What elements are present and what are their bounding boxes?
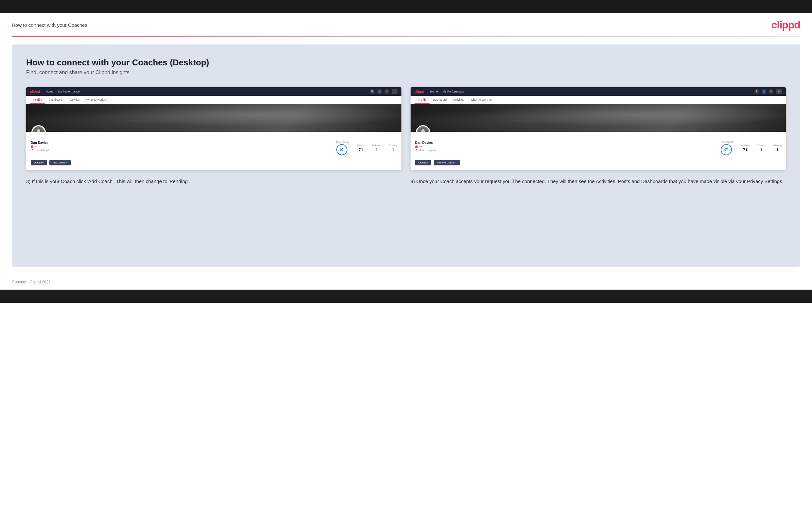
add-coach-button-step3[interactable]: Add Coach + (49, 160, 71, 165)
mock-nav-performance-step4[interactable]: My Performance (442, 90, 464, 93)
remove-coach-button-step4[interactable]: Remove Coach × (434, 160, 460, 165)
player-location-step3: 📍 United Kingdom (31, 149, 70, 152)
mock-buttons-step3: Unfollow Add Coach + (26, 160, 401, 170)
stat-quality-label-step4: Player Quality (721, 141, 734, 143)
stat-quality-step4: Player Quality 97 (721, 141, 734, 155)
mock-profile-text-step3: Dan Davies Pro 📍 United Kingdom (31, 141, 70, 152)
footer: Copyright Clippd 2022 (0, 275, 812, 290)
header: How to connect with your Coaches clippd (0, 13, 812, 36)
role-label-step4: Pro (419, 145, 423, 148)
stat-followers-step4: Followers 1 (757, 144, 766, 152)
stat-activities-label-step4: Activities (741, 144, 750, 147)
mock-avatar-step4 (416, 125, 430, 132)
mock-avatar-step3 (32, 125, 46, 132)
player-location-step4: 📍 United Kingdom (415, 149, 454, 152)
stat-following-label-step4: Following (773, 144, 782, 147)
mock-avatar-wrap-step3 (32, 125, 46, 132)
tab-whattoworkon-step4[interactable]: What To Work On (467, 96, 496, 104)
remove-coach-x-icon: × (455, 161, 456, 164)
role-label-step3: Pro (34, 145, 38, 148)
tab-dashboard-step3[interactable]: Dashboard (45, 96, 65, 104)
mock-banner-img-step4 (411, 104, 786, 132)
bottom-bar (0, 290, 812, 303)
clippd-logo: clippd (771, 19, 800, 31)
tab-activities-step3[interactable]: Activities (65, 96, 83, 104)
role-badge-step4 (415, 146, 418, 148)
player-name-step3: Dan Davies (31, 141, 70, 145)
copyright-text: Copyright Clippd 2022 (12, 280, 51, 284)
step4-description: 4) Once your Coach accepts your request … (411, 178, 786, 185)
player-name-step4: Dan Davies (415, 141, 454, 145)
mock-banner-img-step3 (26, 104, 401, 132)
step3-column: clippd Home My Performance 🔍 👤 ⚙ 🏳 Profi… (26, 87, 401, 185)
player-role-step3: Pro (31, 145, 70, 148)
mock-avatar-wrap-step4 (416, 125, 430, 132)
mock-nav-home-step3[interactable]: Home (46, 90, 53, 93)
stat-followers-label-step3: Followers (372, 144, 382, 147)
stat-quality-label-step3: Player Quality (336, 141, 349, 143)
mock-stats-step3: Player Quality 97 Activities 71 Follower… (70, 141, 398, 155)
tab-activities-step4[interactable]: Activities (450, 96, 467, 104)
mock-nav-items-step3: Home My Performance (46, 90, 364, 93)
add-coach-plus-icon: + (66, 161, 67, 164)
stat-activities-label-step3: Activities (357, 144, 365, 147)
role-badge-step3 (31, 146, 33, 148)
step3-screenshot: clippd Home My Performance 🔍 👤 ⚙ 🏳 Profi… (26, 87, 401, 170)
header-title: How to connect with your Coaches (12, 22, 87, 28)
stat-activities-value-step3: 71 (357, 148, 365, 152)
mock-tabs-step3: Profile Dashboard Activities What To Wor… (26, 96, 401, 104)
flag-icon-step4[interactable]: 🏳 (776, 89, 782, 94)
user-icon-step3[interactable]: 👤 (377, 89, 382, 94)
top-bar (0, 0, 812, 13)
mock-logo-step3: clippd (30, 90, 40, 94)
player-role-step4: Pro (415, 145, 454, 148)
remove-coach-label-step4: Remove Coach (437, 161, 454, 164)
mock-nav-icons-step3: 🔍 👤 ⚙ 🏳 (370, 89, 398, 94)
step4-column: clippd Home My Performance 🔍 👤 ⚙ 🏳 Profi… (411, 87, 786, 185)
search-icon-step3[interactable]: 🔍 (370, 89, 374, 94)
mock-navbar-step4: clippd Home My Performance 🔍 👤 ⚙ 🏳 (411, 87, 786, 96)
step4-screenshot: clippd Home My Performance 🔍 👤 ⚙ 🏳 Profi… (411, 87, 786, 170)
mock-buttons-step4: Unfollow Remove Coach × (411, 160, 786, 170)
columns: clippd Home My Performance 🔍 👤 ⚙ 🏳 Profi… (26, 87, 786, 185)
flag-icon-step3[interactable]: 🏳 (392, 89, 398, 94)
mock-profile-info-step3: Dan Davies Pro 📍 United Kingdom Player Q… (26, 132, 401, 160)
step3-description: 3) If this is your Coach click 'Add Coac… (26, 178, 401, 185)
stat-followers-value-step3: 1 (372, 148, 382, 152)
settings-icon-step4[interactable]: ⚙ (769, 89, 773, 94)
stat-following-label-step3: Following (389, 144, 398, 147)
mock-nav-icons-step4: 🔍 👤 ⚙ 🏳 (754, 89, 782, 94)
stat-following-step4: Following 1 (773, 144, 782, 152)
mock-profile-text-step4: Dan Davies Pro 📍 United Kingdom (415, 141, 454, 152)
stat-followers-label-step4: Followers (757, 144, 766, 147)
stat-followers-step3: Followers 1 (372, 144, 382, 152)
mock-nav-items-step4: Home My Performance (430, 90, 749, 93)
stat-following-step3: Following 1 (389, 144, 398, 152)
stat-activities-value-step4: 71 (741, 148, 750, 152)
location-text-step4: United Kingdom (419, 149, 437, 152)
stat-activities-step4: Activities 71 (741, 144, 750, 152)
search-icon-step4[interactable]: 🔍 (754, 89, 759, 94)
location-pin-step4: 📍 (415, 149, 418, 152)
mock-profile-banner-step4 (411, 104, 786, 132)
tab-profile-step3[interactable]: Profile (30, 96, 45, 104)
user-icon-step4[interactable]: 👤 (762, 89, 766, 94)
settings-icon-step3[interactable]: ⚙ (385, 89, 389, 94)
mock-nav-home-step4[interactable]: Home (430, 90, 438, 93)
page-subheading: Find, connect and share your Clippd insi… (26, 70, 786, 75)
quality-circle-step3: 97 (336, 144, 347, 155)
mock-nav-performance-step3[interactable]: My Performance (58, 90, 80, 93)
location-pin-step3: 📍 (31, 149, 34, 152)
tab-whattoworkon-step3[interactable]: What To Work On (83, 96, 111, 104)
mock-logo-step4: clippd (414, 90, 424, 94)
tab-profile-step4[interactable]: Profile (414, 96, 429, 104)
page-heading: How to connect with your Coaches (Deskto… (26, 58, 786, 68)
unfollow-button-step4[interactable]: Unfollow (415, 160, 431, 165)
stat-quality-step3: Player Quality 97 (336, 141, 349, 155)
main-content: How to connect with your Coaches (Deskto… (12, 45, 800, 267)
mock-navbar-step3: clippd Home My Performance 🔍 👤 ⚙ 🏳 (26, 87, 401, 96)
stat-following-value-step4: 1 (773, 148, 782, 152)
header-divider (12, 36, 800, 37)
unfollow-button-step3[interactable]: Unfollow (31, 160, 47, 165)
tab-dashboard-step4[interactable]: Dashboard (429, 96, 450, 104)
